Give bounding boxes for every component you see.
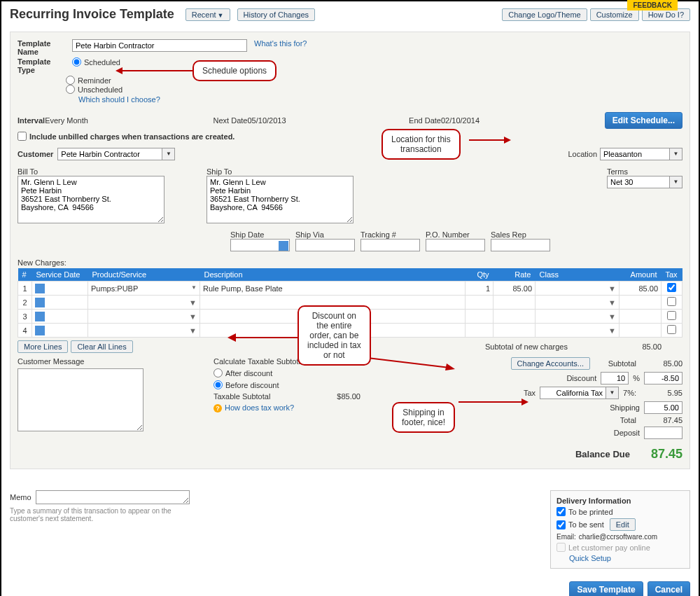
ship-via-input[interactable]: [295, 239, 355, 251]
to-be-sent-checkbox[interactable]: [556, 520, 566, 529]
col-date: Service Date: [32, 268, 88, 282]
feedback-tab[interactable]: FEEDBACK: [627, 0, 678, 11]
shipto-textarea[interactable]: Mr. Glenn L Lew Pete Harbin 36521 East T…: [206, 176, 354, 223]
tax-label: Tax: [524, 389, 536, 397]
memo-label: Memo: [10, 493, 31, 501]
calendar-icon[interactable]: [35, 284, 45, 293]
deposit-input[interactable]: [644, 427, 682, 439]
salesrep-label: Sales Rep: [491, 230, 550, 239]
new-charges-header: New Charges:: [18, 258, 682, 267]
customer-input[interactable]: [57, 148, 162, 160]
calendar-icon[interactable]: [35, 326, 45, 335]
unscheduled-radio[interactable]: [66, 85, 75, 94]
tracking-label: Tracking #: [360, 230, 420, 239]
discount-value[interactable]: [644, 372, 682, 384]
include-unbilled-label: Include unbilled charges when transactio…: [29, 132, 234, 141]
delivery-email: charlie@ccrsoftware.com: [579, 533, 657, 541]
after-discount-radio[interactable]: [214, 368, 223, 377]
subtotal-label: Subtotal: [594, 359, 636, 368]
shipping-label: Shipping: [556, 403, 640, 412]
customer-message-textarea[interactable]: [18, 368, 144, 431]
delivery-header: Delivery Information: [556, 497, 684, 505]
col-tax: Tax: [662, 268, 682, 282]
template-name-label: Template Name: [18, 39, 72, 56]
template-name-input[interactable]: [72, 39, 247, 52]
clear-lines-button[interactable]: Clear All Lines: [71, 340, 132, 353]
shipping-input[interactable]: [644, 401, 682, 414]
annotation-discount: Discount on the entire order, can be inc…: [298, 305, 371, 366]
customer-message-label: Customer Message: [18, 357, 144, 366]
calendar-icon[interactable]: [279, 241, 288, 251]
change-logo-button[interactable]: Change Logo/Theme: [502, 8, 587, 21]
customer-dropdown-icon[interactable]: ▼: [162, 148, 175, 160]
ship-date-label: Ship Date: [230, 230, 290, 239]
page-title: Recurring Invoice Template: [10, 7, 174, 22]
tracking-input[interactable]: [360, 239, 420, 251]
tax-dropdown-icon[interactable]: ▼: [606, 387, 619, 399]
edit-delivery-button[interactable]: Edit: [610, 518, 636, 531]
template-type-label: Template Type: [18, 57, 72, 74]
recent-button[interactable]: Recent▼: [186, 8, 230, 21]
ship-via-label: Ship Via: [295, 230, 355, 239]
to-be-printed-checkbox[interactable]: [556, 507, 566, 516]
scheduled-radio[interactable]: [72, 57, 81, 67]
save-template-button[interactable]: Save Template: [569, 581, 643, 596]
col-product: Product/Service: [88, 268, 200, 282]
terms-dropdown-icon[interactable]: ▼: [670, 176, 682, 188]
calendar-icon[interactable]: [35, 298, 45, 307]
discount-pct-input[interactable]: [601, 372, 629, 384]
next-date-label: Next Date: [214, 116, 248, 125]
interval-value: Every Month: [45, 116, 88, 125]
total-value: 87.45: [640, 416, 682, 424]
before-discount-radio[interactable]: [214, 380, 223, 389]
subtotal-new-label: Subtotal of new charges: [485, 342, 568, 351]
memo-textarea[interactable]: [36, 490, 190, 504]
tax-select[interactable]: [540, 387, 606, 399]
salesrep-input[interactable]: [491, 239, 550, 251]
cancel-button[interactable]: Cancel: [648, 581, 690, 596]
customer-label: Customer: [18, 150, 53, 158]
whats-this-link[interactable]: What's this for?: [254, 39, 307, 48]
interval-label: Interval: [18, 116, 45, 125]
shipto-label: Ship To: [206, 167, 354, 176]
billto-label: Bill To: [18, 167, 164, 176]
col-class: Class: [536, 268, 620, 282]
calendar-icon[interactable]: [35, 312, 45, 321]
quick-setup-link[interactable]: Quick Setup: [569, 554, 684, 562]
annotation-schedule: Schedule options: [192, 60, 276, 81]
memo-hint: Type a summary of this transaction to ap…: [10, 507, 178, 522]
subtotal-value: 85.00: [640, 359, 682, 368]
balance-due-label: Balance Due: [575, 449, 630, 459]
change-accounts-button[interactable]: Change Accounts...: [511, 357, 590, 370]
edit-schedule-button[interactable]: Edit Schedule...: [605, 112, 682, 129]
more-lines-button[interactable]: More Lines: [18, 340, 68, 353]
tax-checkbox[interactable]: [667, 283, 676, 292]
annotation-shipping: Shipping in footer, nice!: [392, 402, 455, 433]
table-row[interactable]: 1 Pumps:PUBP▼ Rule Pump, Base Plate 1 85…: [18, 282, 682, 296]
col-rate: Rate: [493, 268, 536, 282]
terms-input[interactable]: [607, 176, 670, 188]
which-should-link[interactable]: Which should I choose?: [78, 95, 682, 104]
location-dropdown-icon[interactable]: ▼: [670, 148, 682, 160]
col-num: #: [18, 268, 32, 282]
taxable-subtotal-row-label: Taxable Subtotal: [214, 392, 270, 401]
location-input[interactable]: [600, 148, 670, 160]
subtotal-new-value: 85.00: [620, 342, 662, 351]
tax-value: 5.95: [640, 389, 682, 397]
include-unbilled-checkbox[interactable]: [18, 132, 27, 141]
total-label: Total: [552, 416, 636, 424]
taxable-subtotal-row-value: $85.00: [337, 392, 360, 401]
po-input[interactable]: [426, 239, 485, 251]
how-tax-link[interactable]: How does tax work?: [225, 403, 294, 412]
reminder-label: Reminder: [78, 76, 111, 85]
reminder-radio[interactable]: [66, 76, 75, 85]
po-label: P.O. Number: [426, 230, 485, 239]
deposit-label: Deposit: [556, 429, 640, 437]
question-icon: ?: [214, 404, 222, 413]
history-button[interactable]: History of Changes: [237, 8, 316, 21]
unscheduled-label: Unscheduled: [78, 85, 122, 94]
pay-online-checkbox: [556, 543, 566, 552]
billto-textarea[interactable]: Mr. Glenn L Lew Pete Harbin 36521 East T…: [18, 176, 164, 223]
discount-label: Discount: [512, 374, 596, 382]
col-qty: Qty: [465, 268, 493, 282]
